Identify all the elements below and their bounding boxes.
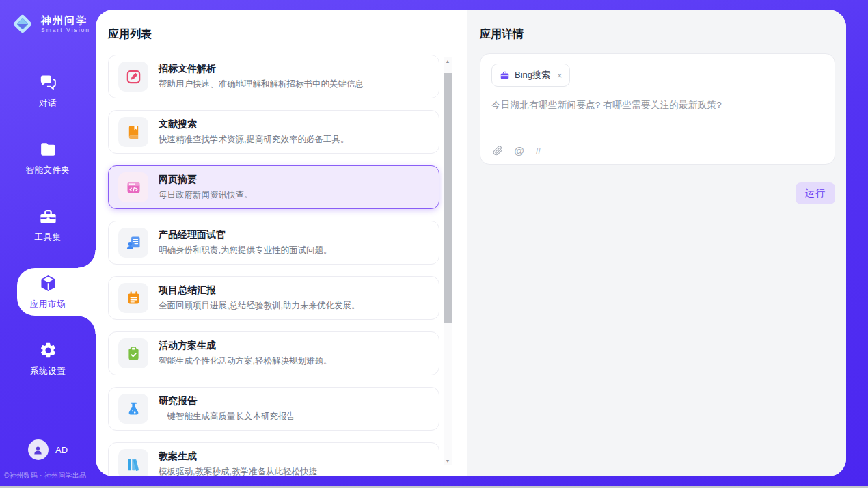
scroll-up-icon[interactable]: ▲ [444,57,452,66]
run-row: 运行 [467,182,835,204]
clipboard-icon [118,338,148,368]
sidebar-item-label: 应用市场 [30,299,66,310]
sidebar-item-label: 对话 [39,98,57,109]
research-icon [118,394,148,424]
scrollbar[interactable]: ▲ ▼ [444,57,452,465]
gem-logo-icon [10,11,36,37]
brand-logo: 神州问学 Smart Vision [0,0,96,37]
avatar [28,439,49,460]
app-card[interactable]: 招标文件解析 帮助用户快速、准确地理解和解析招标书中的关键信息 [108,55,439,98]
app-card[interactable]: 项目总结汇报 全面回顾项目进展,总结经验教训,助力未来优化发展。 [108,276,439,320]
app-card[interactable]: 教案生成 模板驱动,教案秒成,教学准备从此轻松快捷 [108,442,439,476]
sidebar-item-label: 智能文件夹 [26,165,70,176]
app-card[interactable]: 活动方案生成 智能生成个性化活动方案,轻松解决规划难题。 [108,331,439,375]
app-description: 帮助用户快速、准确地理解和解析招标书中的关键信息 [159,79,364,90]
cube-icon [39,274,57,293]
sidebar-item-chat[interactable]: 对话 [0,57,96,124]
app-list: 招标文件解析 帮助用户快速、准确地理解和解析招标书中的关键信息 文献搜索 快速精… [96,53,467,476]
app-card[interactable]: 产品经理面试官 明确身份和职责,为您提供专业性的面试问题。 [108,221,439,265]
prompt-input[interactable]: 今日湖北有哪些新闻要点? 有哪些需要关注的最新政策? [491,99,824,111]
hashtag-icon[interactable]: # [535,146,541,156]
app-card[interactable]: 网页摘要 每日政府新闻资讯快查。 [108,165,439,209]
prompt-toolbar: @ # [493,146,541,156]
app-description: 全面回顾项目进展,总结经验教训,助力未来优化发展。 [159,300,360,312]
user-account[interactable]: AD [0,439,96,460]
app-detail-title: 应用详情 [480,27,846,42]
pen-icon [118,62,148,92]
person-icon [32,444,44,456]
app-name: 产品经理面试官 [159,229,331,241]
main-content: 应用列表 招标文件解析 帮助用户快速、准确地理解和解析招标书中的关键信息 文献搜… [96,10,846,476]
prompt-card: Bing搜索 × 今日湖北有哪些新闻要点? 有哪些需要关注的最新政策? @ # [480,53,835,165]
browser-icon [118,172,148,202]
sidebar-item-toolset[interactable]: 工具集 [0,191,96,258]
app-card[interactable]: 文献搜索 快速精准查找学术资源,提高研究效率的必备工具。 [108,110,439,154]
app-detail-panel: 应用详情 Bing搜索 × 今日湖北有哪些新闻要点? 有哪些需要关注的最新政策?… [467,10,846,476]
tag-close-icon[interactable]: × [557,70,562,81]
app-name: 招标文件解析 [159,63,364,75]
toolbox-icon [39,207,57,226]
app-card[interactable]: 研究报告 一键智能生成高质量长文本研究报告 [108,387,439,431]
app-description: 模板驱动,教案秒成,教学准备从此轻松快捷 [159,466,317,476]
sidebar-item-label: 工具集 [35,232,62,243]
gear-icon [39,341,57,360]
user-name: AD [55,445,68,455]
scroll-down-icon[interactable]: ▼ [444,457,452,465]
run-button[interactable]: 运行 [796,182,835,204]
books-icon [118,449,148,476]
app-name: 项目总结汇报 [159,284,360,297]
app-list-panel: 应用列表 招标文件解析 帮助用户快速、准确地理解和解析招标书中的关键信息 文献搜… [96,10,467,476]
app-description: 快速精准查找学术资源,提高研究效率的必备工具。 [159,134,349,146]
note-icon [118,283,148,313]
app-description: 一键智能生成高质量长文本研究报告 [159,411,295,422]
chat-icon [39,73,57,92]
scrollbar-thumb[interactable] [444,73,452,323]
app-name: 活动方案生成 [159,340,331,352]
brand-subtitle: Smart Vision [41,27,90,33]
interview-icon [118,228,148,258]
app-description: 明确身份和职责,为您提供专业性的面试问题。 [159,245,331,256]
app-name: 研究报告 [159,395,295,407]
attachment-icon[interactable] [493,146,503,156]
sidebar: 神州问学 Smart Vision 对话 智能文件夹 工具集 应用市场 [0,0,96,486]
mention-icon[interactable]: @ [514,146,524,156]
folder-icon [39,140,57,159]
app-name: 文献搜索 [159,118,349,131]
sidebar-item-label: 系统设置 [30,366,66,377]
app-name: 网页摘要 [159,174,253,186]
app-list-title: 应用列表 [108,27,467,42]
sidebar-nav: 对话 智能文件夹 工具集 应用市场 系统设置 [0,57,96,392]
sidebar-item-settings[interactable]: 系统设置 [0,325,96,392]
tool-tag-label: Bing搜索 [515,69,550,81]
app-window: 神州问学 Smart Vision 对话 智能文件夹 工具集 应用市场 [0,0,868,488]
brand-name: 神州问学 [41,14,90,27]
app-name: 教案生成 [159,450,317,463]
app-description: 智能生成个性化活动方案,轻松解决规划难题。 [159,355,331,367]
book-icon [118,117,148,147]
sidebar-item-smart-folder[interactable]: 智能文件夹 [0,124,96,191]
app-description: 每日政府新闻资讯快查。 [159,189,253,201]
copyright-text: ©神州数码 · 神州问学出品 [4,471,86,480]
tool-tag-bing-search[interactable]: Bing搜索 × [491,64,570,87]
sidebar-item-app-market[interactable]: 应用市场 [0,258,96,325]
briefcase-icon [500,70,510,81]
